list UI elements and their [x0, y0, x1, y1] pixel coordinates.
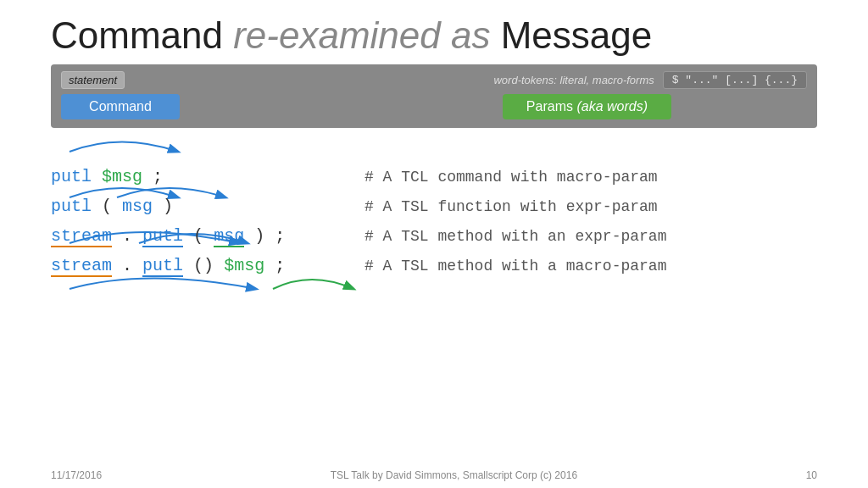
code-area: putl $msg ; # A TCL command with macro-p… [0, 128, 868, 275]
comment-1: # A TCL command with macro-param [364, 169, 658, 186]
code-msg-4: $msg [224, 256, 264, 275]
code-parens-4: () [193, 256, 214, 275]
code-close-2: ) [163, 197, 173, 216]
code-putl-3: putl [142, 226, 183, 247]
code-putl-1: putl [51, 167, 92, 186]
slide-title: Command re-examined as Message [51, 15, 817, 56]
params-button[interactable]: Params (aka words) [503, 94, 671, 119]
title-part3: Message [490, 14, 652, 56]
command-button[interactable]: Command [61, 94, 180, 119]
footer-date: 11/17/2016 [51, 469, 102, 481]
code-snippet-4: stream . putl () $msg ; [51, 256, 339, 275]
code-snippet-1: putl $msg ; [51, 167, 339, 186]
diagram-box: statement word-tokens: literal, macro-fo… [51, 64, 817, 128]
code-line-2: putl ( msg ) # A TSL function with expr-… [51, 197, 817, 216]
comment-4: # A TSL method with a macro-param [364, 258, 666, 274]
footer-credit: TSL Talk by David Simmons, Smallscript C… [331, 469, 577, 481]
comment-3: # A TSL method with an expr-param [364, 228, 666, 245]
code-snippet-2: putl ( msg ) [51, 197, 339, 216]
code-semi-3: ; [275, 226, 285, 246]
word-tokens-label: word-tokens: literal, macro-forms [493, 74, 654, 86]
code-line-1: putl $msg ; # A TCL command with macro-p… [51, 167, 817, 186]
code-semi-1: ; [153, 167, 163, 186]
code-paren-2: ( [102, 197, 112, 216]
code-line-3: stream . putl ( msg ) ; # A TSL method w… [51, 226, 817, 246]
code-dot-3: . [122, 226, 132, 246]
title-part2: re-examined as [233, 14, 490, 56]
code-msg-3: msg [214, 226, 244, 247]
code-dot-4: . [122, 256, 132, 275]
code-semi-4: ; [275, 256, 285, 275]
code-msg-2: msg [122, 197, 153, 216]
comment-2: # A TSL function with expr-param [364, 198, 658, 215]
code-stream-4: stream [51, 256, 112, 277]
code-stream-3: stream [51, 226, 112, 247]
title-area: Command re-examined as Message [0, 0, 868, 64]
token-box: $ "..." [...] {...} [663, 71, 807, 89]
diagram-row2: Command Params (aka words) [61, 94, 807, 119]
statement-badge: statement [61, 71, 125, 89]
code-putl-2: putl [51, 197, 92, 216]
footer: 11/17/2016 TSL Talk by David Simmons, Sm… [0, 469, 868, 481]
params-italic-label: (aka words) [573, 99, 648, 114]
code-line-4: stream . putl () $msg ; # A TSL method w… [51, 256, 817, 275]
params-label: Params [526, 99, 573, 114]
footer-page: 10 [806, 469, 817, 481]
diagram-row1: statement word-tokens: literal, macro-fo… [61, 71, 807, 89]
code-msg-1: $msg [102, 167, 142, 186]
code-paren-close-3: ) [254, 226, 264, 246]
code-paren-open-3: ( [193, 226, 203, 246]
code-snippet-3: stream . putl ( msg ) ; [51, 226, 339, 246]
code-putl-4: putl [142, 256, 183, 277]
title-part1: Command [51, 14, 233, 56]
